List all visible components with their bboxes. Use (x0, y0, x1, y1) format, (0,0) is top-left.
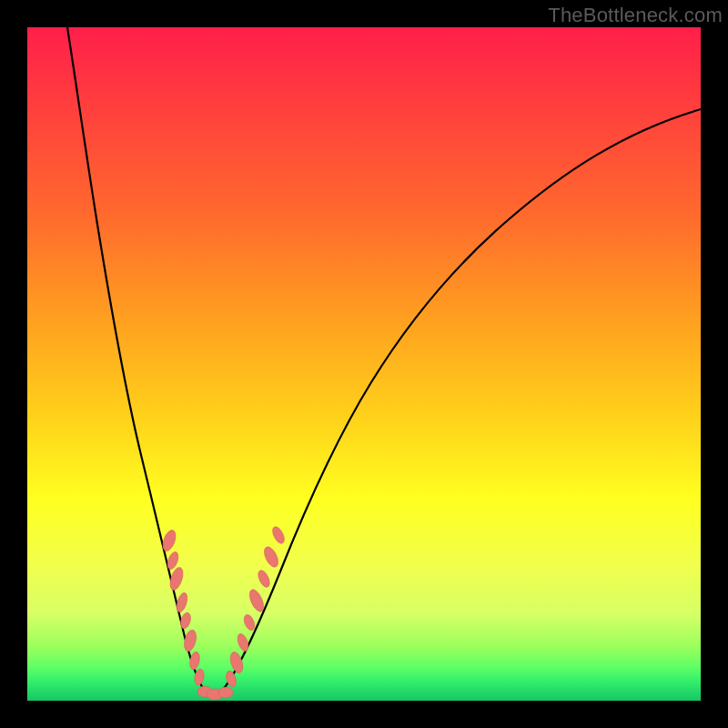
bead-bottom (218, 687, 233, 698)
bead-right (256, 569, 272, 589)
bottleneck-curve (67, 27, 701, 695)
bead-right (261, 545, 280, 570)
plot-area (27, 27, 701, 701)
outer-frame: TheBottleneck.com (0, 0, 728, 728)
bead-left (179, 612, 193, 630)
bead-right (270, 525, 287, 545)
watermark-text: TheBottleneck.com (548, 4, 723, 27)
bead-right (236, 632, 250, 652)
bead-right (242, 613, 257, 632)
curve-layer (27, 27, 701, 701)
